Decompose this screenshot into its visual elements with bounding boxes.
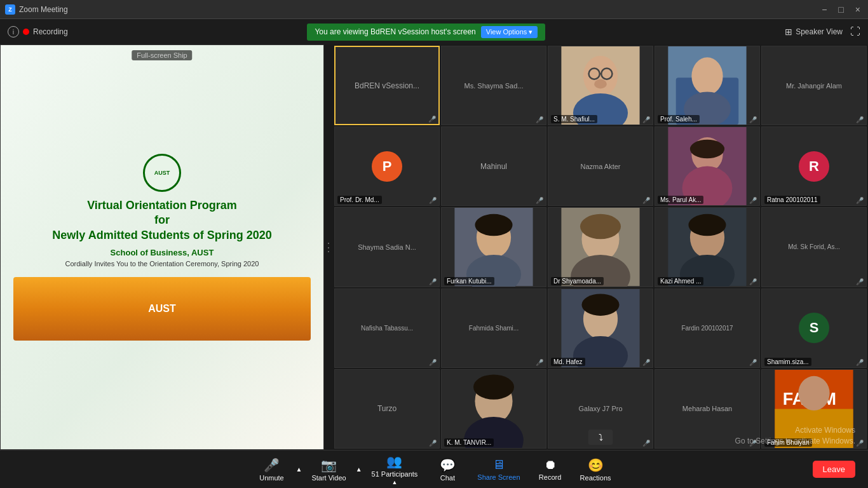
speaker-view-button[interactable]: ⊞ Speaker View [785,27,843,37]
participant-photo [548,208,653,286]
participants-label: 51 Participants [372,470,418,478]
unmute-button[interactable]: 🎤 Unmute [249,455,294,484]
participant-name: Furkan Kutubi... [444,277,494,285]
unmute-label: Unmute [259,474,284,482]
participant-tile: Nafisha Tabassu... 🎤 [334,288,440,368]
video-label: Start Video [311,474,346,482]
title-controls: − □ × [819,4,863,15]
mic-icon: 🎤 [264,458,280,473]
participant-tile: Md. Sk Forid, As... 🎤 [761,207,867,287]
mic-muted-icon: 🎤 [749,359,757,366]
zoom-icon: Z [5,4,15,15]
participant-name: Prof. Dr. Md... [337,196,382,204]
chat-icon: 💬 [440,458,456,473]
bottom-toolbar: 🎤 Unmute ▲ 📷 Start Video ▲ 👥 51 Particip… [0,450,868,488]
participants-icon: 👥 [386,454,402,469]
participants-grid: BdREN vSession... 🎤 Ms. Shayma Sad... 🎤 [333,44,868,450]
record-button[interactable]: ⏺ Record [528,455,573,484]
participant-tile: S Shamim.siza... 🎤 [761,288,867,368]
participant-display: Turzo [377,404,397,413]
share-screen-button[interactable]: 🖥 Share Screen [470,455,527,484]
participant-photo [548,289,653,367]
participants-arrow[interactable]: ▲ [390,479,399,485]
info-icon[interactable]: i [8,26,19,37]
mic-muted-icon: 🎤 [429,440,437,447]
slide-org: School of Business, AUST [13,248,311,257]
start-video-button[interactable]: 📷 Start Video [304,455,353,484]
participant-tile: BdREN vSession... 🎤 [334,46,440,125]
participant-display: Mr. Jahangir Alam [786,82,842,90]
participant-display: Ms. Shayma Sad... [465,82,524,90]
participant-name: Ms. Parul Ak... [658,196,703,204]
unmute-arrow[interactable]: ▲ [294,466,304,473]
participant-photo [655,46,759,125]
participant-tile: Mahinul 🎤 [441,126,546,206]
viewing-text: You are viewing BdREN vSession host's sc… [315,27,475,36]
minimize-button[interactable]: − [819,4,829,15]
mic-muted-icon: 🎤 [749,116,757,123]
mic-muted-icon: 🎤 [856,440,864,447]
video-arrow[interactable]: ▲ [354,466,364,473]
recording-dot [23,29,29,35]
leave-button[interactable]: Leave [813,461,855,478]
participant-tile: Kazi Ahmed ... 🎤 [654,207,760,287]
participant-avatar: S [799,313,829,343]
fullscreen-button[interactable]: ⛶ [850,26,860,37]
speaker-view-icon: ⊞ [785,27,792,37]
mic-muted-icon: 🎤 [856,359,864,366]
mic-muted-icon: 🎤 [856,116,864,123]
scroll-down-button[interactable]: ⤵ [588,430,613,445]
record-label: Record [539,473,561,481]
activate-line2: Go to Settings to activate Windows. [735,436,855,447]
participant-photo [442,370,546,448]
participant-photo [548,46,653,125]
participant-tile: Mr. Jahangir Alam 🎤 [761,46,867,125]
maximize-button[interactable]: □ [836,4,846,15]
participant-name: Kazi Ahmed ... [658,277,703,285]
svg-point-9 [691,57,722,95]
participants-button[interactable]: 👥 51 Participants ▲ [364,451,426,488]
close-button[interactable]: × [853,4,863,15]
share-screen-icon: 🖥 [492,458,505,472]
participant-display: Shayma Sadia N... [358,243,416,251]
mic-muted-icon: 🎤 [536,116,543,123]
participant-display: Mahinul [480,162,507,171]
participant-avatar: R [799,151,829,182]
participant-tile: Fardin 200102017 🎤 [654,288,760,368]
participant-name: Dr Shyamoada... [551,277,604,285]
mic-muted-icon: 🎤 [429,359,437,366]
video-icon: 📷 [321,458,337,473]
recording-badge: i Recording [8,26,68,37]
svg-point-30 [581,294,619,315]
title-bar: Z Zoom Meeting − □ × [0,0,868,19]
participant-tile: Prof. Saleh... 🎤 [654,46,760,125]
reactions-button[interactable]: 😊 Reactions [573,455,619,484]
app-title: Zoom Meeting [19,5,68,14]
participant-tile: Md. Hafez 🎤 [548,288,653,368]
unmute-group: 🎤 Unmute ▲ [249,455,304,484]
view-options-button[interactable]: View Options ▾ [481,26,538,38]
record-icon: ⏺ [544,458,557,472]
mic-muted-icon: 🎤 [642,359,650,366]
viewing-banner: You are viewing BdREN vSession host's sc… [307,24,545,41]
participant-avatar: P [372,151,402,182]
mic-muted-icon: 🎤 [642,197,650,204]
mic-muted-icon: 🎤 [429,278,437,285]
main-content: Full-screen Ship AUST Virtual Orientatio… [0,44,868,450]
participant-photo [655,208,759,286]
title-left: Z Zoom Meeting [5,4,68,15]
participant-display: Nazma Akter [581,163,621,170]
resize-handle[interactable]: ⋮ [324,44,333,450]
participant-tile: Ms. Parul Ak... 🎤 [654,126,760,206]
recording-label: Recording [33,27,68,36]
chat-button[interactable]: 💬 Chat [425,455,470,484]
slide-content: AUST Virtual Orientation Program for New… [1,45,323,449]
mic-muted-icon: 🎤 [428,116,436,123]
participant-name: S. M. Shafiul... [551,115,597,123]
participant-display: BdREN vSession... [355,81,419,90]
participant-name: Ratna 200102011 [764,196,820,204]
participant-photo [442,208,546,286]
fullscreen-hint: Full-screen Ship [132,50,192,60]
participant-display: Fahmida Shami... [469,325,519,332]
share-screen-label: Share Screen [477,473,520,481]
